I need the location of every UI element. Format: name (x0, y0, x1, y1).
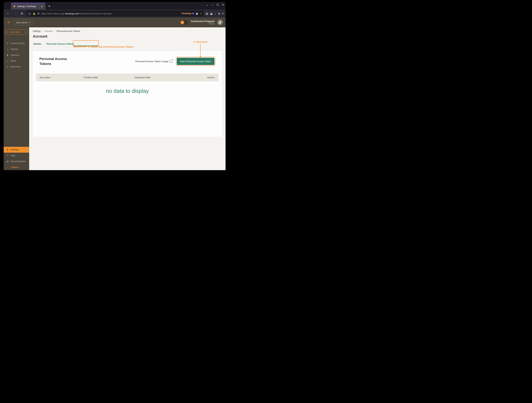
tab-personal-access-tokens[interactable]: Personal Access Tokens (46, 41, 75, 47)
org-name: docs-demo (16, 21, 28, 24)
gear-icon: ⚙ (6, 148, 9, 151)
sidebar-item-aperture[interactable]: ◉Aperture (4, 52, 29, 58)
sun-icon: ☀ (180, 21, 184, 24)
caret-down-icon: ▾ (25, 31, 26, 33)
pat-table: Key value ↑ Creation date Expiration dat… (36, 73, 219, 101)
sort-asc-icon: ↑ (51, 76, 52, 79)
tabs-dropdown-icon[interactable]: ⌄ (206, 3, 208, 6)
card-title: Personal Access Tokens (39, 57, 72, 66)
crumb-pat: Personal Access Tokens (57, 30, 80, 32)
nav-forward-button[interactable]: → (13, 11, 18, 16)
browser-tab[interactable]: 📦 Settings | FluxNinja ✕ (11, 3, 46, 9)
new-pat-button[interactable]: New Personal Access Token (177, 58, 214, 65)
external-link-icon (170, 60, 173, 63)
control-points-icon: ✕ (6, 42, 9, 45)
tab-title: Settings | FluxNinja (17, 5, 39, 8)
sidebar-collapse[interactable]: ‹collapse (4, 164, 29, 170)
discovery-icon: ◎ (6, 65, 9, 68)
annotation-3: 3. Swtich tab to Personal Access Tokens (74, 45, 134, 48)
help-icon: ? (6, 154, 9, 157)
bell-icon: △ (6, 60, 9, 62)
chevron-left-icon: ‹ (6, 166, 9, 168)
annotation-4: 4. Click here (192, 40, 209, 57)
tab-close-icon[interactable]: ✕ (40, 5, 43, 8)
extensions-icon[interactable]: ⧉ (218, 12, 220, 15)
downloads-icon[interactable]: ↓ (215, 12, 216, 15)
sidebar-item-documentation[interactable]: ▤Documentation (4, 159, 29, 164)
theme-toggle[interactable]: ☀ (180, 20, 188, 25)
folder-icon: 🗀 (7, 31, 9, 33)
sidebar-item-control-points[interactable]: ✕Control Points (4, 40, 29, 46)
col-creation-date[interactable]: Creation date (83, 76, 134, 79)
col-key-value[interactable]: Key value ↑ (40, 76, 83, 79)
tab-favicon: 📦 (13, 5, 16, 8)
col-actions: Actions (197, 76, 215, 79)
sidebar-item-alerts[interactable]: △Alerts (4, 58, 29, 64)
permissions-icon[interactable]: ⇄ (37, 12, 39, 15)
project-dropdown[interactable]: 🗀 docs-dem… ▾ (5, 30, 28, 35)
bookmark-star-icon[interactable]: ☆ (200, 12, 202, 15)
menu-icon[interactable]: ≡ (222, 12, 224, 15)
window-minimize-icon[interactable] (212, 3, 214, 6)
breadcrumb: Settings / Account / Personal Access Tok… (29, 27, 226, 33)
new-tab-button[interactable]: + (46, 3, 53, 9)
project-name: docs-dem… (10, 31, 24, 33)
lock-icon[interactable]: 🔒 (33, 12, 36, 15)
reader-icon[interactable]: ▥ (206, 12, 208, 15)
aperture-icon: ◉ (6, 54, 9, 56)
user-info: Sudhanshu Prajapati Owner (191, 20, 215, 25)
page-title: Account (29, 33, 226, 41)
shield-icon[interactable]: ◯ (28, 12, 31, 15)
url-text: https://docs-demo.app.fluxninja.com/sett… (41, 12, 180, 15)
pat-usage-link[interactable]: Personal Access Token Usage (135, 60, 173, 63)
window-close-icon[interactable]: ✕ (222, 3, 224, 6)
nav-back-button[interactable]: ← (6, 11, 11, 16)
save-page-icon[interactable]: ⬓ (210, 12, 213, 15)
empty-state: no data to display (36, 81, 219, 101)
close-panel-button[interactable]: ✕ (6, 19, 11, 26)
sidebar-item-discovery[interactable]: ◎Discovery (4, 64, 29, 70)
avatar[interactable] (217, 20, 223, 25)
sidebar-item-settings[interactable]: ⚙Settings (4, 147, 29, 153)
sidebar-item-help[interactable]: ?Help (4, 153, 29, 159)
url-bar[interactable]: ◯ 🔒 ⇄ https://docs-demo.app.fluxninja.co… (26, 11, 204, 16)
nav-reload-button[interactable]: ⟳ (19, 11, 25, 16)
apps-icon[interactable]: ▦ (196, 12, 198, 15)
col-expiration-date[interactable]: Expiration date (134, 76, 197, 79)
org-dropdown[interactable]: docs-demo ▾ (14, 20, 33, 25)
brand-dot-icon (192, 13, 194, 14)
user-name: Sudhanshu Prajapati (191, 20, 215, 23)
sidebar-item-policies[interactable]: ◇Policies (4, 46, 29, 52)
svg-point-0 (220, 21, 221, 22)
annotation-highlight-button: New Personal Access Token (176, 57, 215, 66)
policies-icon: ◇ (6, 48, 9, 51)
user-role: Owner (191, 23, 215, 25)
tab-details[interactable]: Details (33, 41, 42, 47)
brand-badge[interactable]: FluxNinja (182, 12, 194, 15)
caret-down-icon: ▾ (29, 21, 31, 24)
crumb-settings[interactable]: Settings (33, 30, 41, 32)
arrow-left-icon (74, 46, 87, 47)
table-header: Key value ↑ Creation date Expiration dat… (36, 73, 219, 81)
arrow-down-icon (200, 44, 201, 57)
window-maximize-icon[interactable] (217, 3, 219, 6)
doc-icon: ▤ (6, 160, 9, 163)
crumb-account[interactable]: Account (45, 30, 52, 32)
